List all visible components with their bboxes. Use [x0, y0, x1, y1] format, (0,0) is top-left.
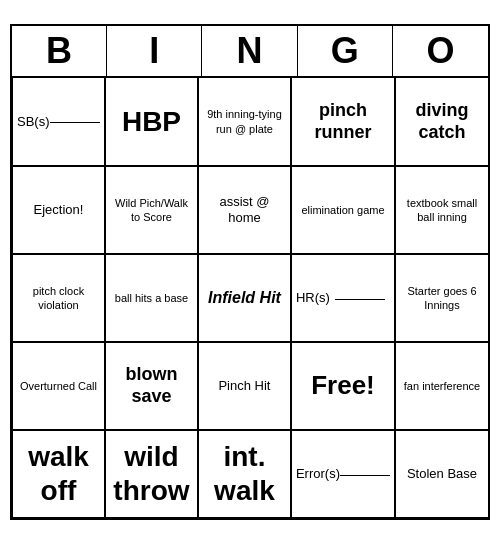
bingo-cell-r2c4: Starter goes 6 Innings [395, 254, 488, 342]
bingo-cell-r3c0: Overturned Call [12, 342, 105, 430]
bingo-card: BINGO SB(s)HBP9th inning-tying run @ pla… [10, 24, 490, 520]
bingo-cell-r2c3: HR(s) [291, 254, 395, 342]
bingo-cell-r3c2: Pinch Hit [198, 342, 291, 430]
bingo-header: BINGO [12, 26, 488, 78]
bingo-cell-r2c1: ball hits a base [105, 254, 198, 342]
bingo-cell-r4c3: Error(s) [291, 430, 395, 518]
bingo-cell-r1c4: textbook small ball inning [395, 166, 488, 254]
bingo-cell-r4c1: wild throw [105, 430, 198, 518]
bingo-cell-r0c4: diving catch [395, 78, 488, 166]
bingo-cell-r2c0: pitch clock violation [12, 254, 105, 342]
bingo-cell-r1c2: assist @ home [198, 166, 291, 254]
bingo-cell-r4c2: int. walk [198, 430, 291, 518]
header-letter: I [107, 26, 202, 76]
bingo-cell-r1c3: elimination game [291, 166, 395, 254]
bingo-cell-r0c3: pinch runner [291, 78, 395, 166]
bingo-cell-r3c3: Free! [291, 342, 395, 430]
header-letter: G [298, 26, 393, 76]
bingo-cell-r1c1: Wild Pich/Walk to Score [105, 166, 198, 254]
bingo-cell-r3c1: blown save [105, 342, 198, 430]
bingo-cell-r3c4: fan interference [395, 342, 488, 430]
bingo-cell-r0c0: SB(s) [12, 78, 105, 166]
bingo-cell-r4c0: walk off [12, 430, 105, 518]
bingo-cell-r0c2: 9th inning-tying run @ plate [198, 78, 291, 166]
header-letter: O [393, 26, 488, 76]
bingo-cell-r0c1: HBP [105, 78, 198, 166]
header-letter: B [12, 26, 107, 76]
bingo-cell-r2c2: Infield Hit [198, 254, 291, 342]
bingo-grid: SB(s)HBP9th inning-tying run @ platepinc… [12, 78, 488, 518]
header-letter: N [202, 26, 297, 76]
bingo-cell-r4c4: Stolen Base [395, 430, 488, 518]
bingo-cell-r1c0: Ejection! [12, 166, 105, 254]
